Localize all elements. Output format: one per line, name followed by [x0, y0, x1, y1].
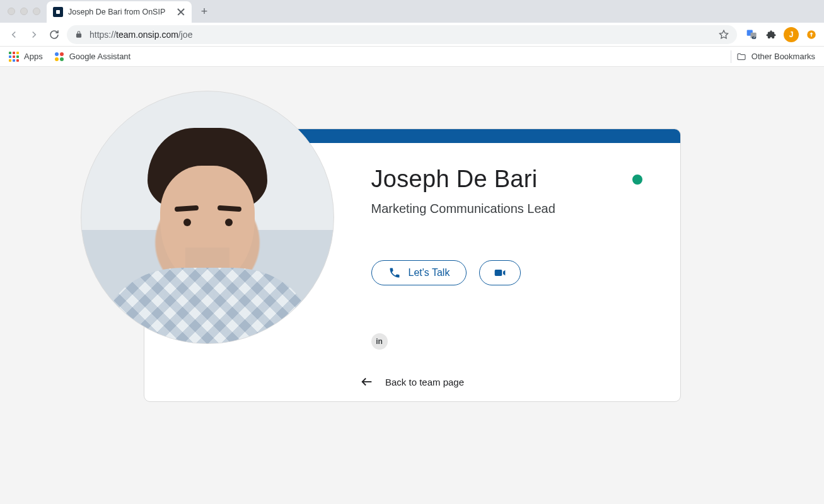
- translate-ext-icon[interactable]: off: [746, 28, 758, 41]
- video-call-button[interactable]: [479, 260, 521, 285]
- address-bar[interactable]: https://team.onsip.com/joe: [67, 25, 737, 44]
- url-host: team.onsip.com: [116, 30, 178, 40]
- page-content: Joseph De Bari Marketing Communications …: [0, 67, 824, 504]
- lets-talk-button[interactable]: Let's Talk: [371, 260, 467, 285]
- traffic-close[interactable]: [8, 8, 15, 15]
- profile-name: Joseph De Bari: [371, 166, 538, 193]
- favicon-icon: [53, 7, 63, 17]
- browser-tab[interactable]: Joseph De Bari from OnSIP: [47, 1, 192, 23]
- url-scheme: https://: [90, 30, 116, 40]
- update-ext-icon[interactable]: [805, 28, 818, 41]
- other-bookmarks-label: Other Bookmarks: [751, 52, 815, 61]
- apps-bookmark[interactable]: Apps: [9, 52, 43, 62]
- bookmarks-bar: Apps Google Assistant Other Bookmarks: [0, 47, 824, 67]
- extension-icons: off J: [742, 27, 818, 42]
- phone-icon: [388, 266, 401, 279]
- tab-strip: Joseph De Bari from OnSIP +: [0, 0, 824, 23]
- forward-button[interactable]: [26, 27, 42, 42]
- extensions-puzzle-icon[interactable]: [765, 28, 777, 41]
- google-assistant-bookmark[interactable]: Google Assistant: [54, 52, 131, 62]
- profile-photo: [81, 91, 334, 344]
- assistant-icon: [54, 52, 64, 62]
- bookmark-star-icon[interactable]: [718, 29, 729, 40]
- profile-role: Marketing Communications Lead: [371, 202, 642, 216]
- action-buttons: Let's Talk: [371, 260, 642, 285]
- url-path: /joe: [178, 30, 193, 40]
- url-text: https://team.onsip.com/joe: [90, 30, 192, 40]
- browser-chrome: Joseph De Bari from OnSIP + https://team…: [0, 0, 824, 67]
- bookmarks-divider: [731, 50, 731, 63]
- svg-text:off: off: [753, 37, 755, 39]
- profile-card-wrap: Joseph De Bari Marketing Communications …: [144, 129, 681, 402]
- presence-status-dot: [632, 175, 642, 185]
- assistant-label: Google Assistant: [69, 52, 131, 61]
- reload-button[interactable]: [47, 27, 62, 42]
- apps-label: Apps: [24, 52, 43, 61]
- toolbar: https://team.onsip.com/joe off J: [0, 23, 824, 47]
- profile-initial: J: [789, 30, 794, 39]
- back-label: Back to team page: [385, 377, 464, 387]
- folder-icon: [736, 52, 746, 62]
- traffic-maximize[interactable]: [33, 8, 40, 15]
- video-icon: [494, 266, 506, 279]
- other-bookmarks[interactable]: Other Bookmarks: [736, 52, 815, 62]
- traffic-lights: [5, 8, 47, 15]
- lets-talk-label: Let's Talk: [409, 267, 450, 278]
- apps-grid-icon: [9, 52, 19, 62]
- linkedin-link[interactable]: in: [371, 333, 388, 350]
- new-tab-button[interactable]: +: [195, 3, 213, 20]
- name-row: Joseph De Bari: [371, 166, 642, 193]
- arrow-left-icon: [360, 375, 374, 389]
- lock-icon: [74, 30, 83, 39]
- tab-close-icon[interactable]: [177, 8, 185, 16]
- profile-avatar[interactable]: J: [784, 27, 799, 42]
- back-button[interactable]: [6, 27, 21, 42]
- linkedin-icon: in: [376, 337, 383, 346]
- tab-title: Joseph De Bari from OnSIP: [68, 8, 171, 16]
- back-to-team-link[interactable]: Back to team page: [144, 375, 680, 389]
- traffic-minimize[interactable]: [20, 8, 28, 15]
- social-links: in: [371, 333, 642, 350]
